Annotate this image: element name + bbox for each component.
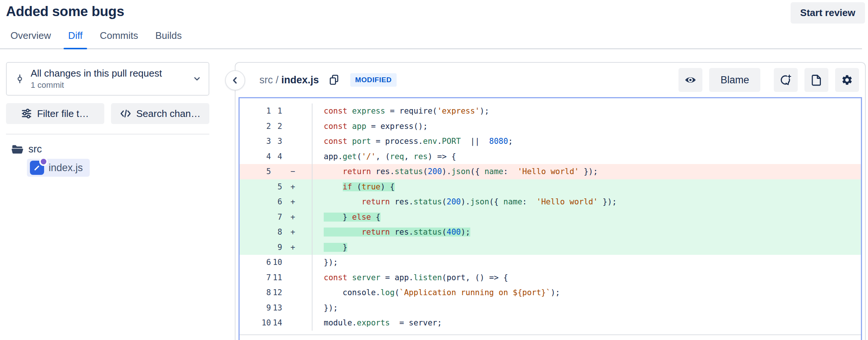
gear-icon <box>841 74 853 86</box>
diff-code-line: } <box>313 240 347 255</box>
edited-file-icon <box>30 161 44 175</box>
diff-rows: 11const express = require('express');22c… <box>240 98 861 334</box>
folder-label: src <box>28 143 42 155</box>
diff-card: src / index.js MODIFIED <box>235 62 866 340</box>
view-source-file-button[interactable] <box>804 68 828 92</box>
diff-gutter[interactable]: 711 <box>240 270 313 285</box>
page-title: Added some bugs <box>6 4 862 19</box>
diff-row: 6+ return res.status(200).json({ name: '… <box>240 194 861 210</box>
tab-commits[interactable]: Commits <box>95 30 143 48</box>
old-line-number: 6 <box>240 255 271 270</box>
diff-row: 711const server = app.listen(port, () =>… <box>240 270 861 285</box>
diff-row: 8+ return res.status(400); <box>240 225 861 240</box>
sidebar-divider <box>6 134 209 135</box>
diff-code-line: const app = express(); <box>313 119 428 134</box>
diff-code-line: }); <box>313 300 338 316</box>
diff-gutter[interactable]: 913 <box>240 300 313 316</box>
diff-code-line: }); <box>313 255 338 270</box>
copy-path-button[interactable] <box>329 74 340 86</box>
chevron-down-icon <box>192 74 202 84</box>
file-label: index.js <box>49 162 83 174</box>
diff-code-line: app.get('/', (req, res) => { <box>313 149 456 164</box>
watch-file-button[interactable] <box>678 68 702 92</box>
old-line-number: 2 <box>240 119 271 134</box>
back-button[interactable] <box>225 70 245 90</box>
diff-gutter[interactable]: 5+ <box>240 179 313 195</box>
new-line-number: 6 <box>271 194 282 210</box>
diff-gutter[interactable]: 610 <box>240 255 313 270</box>
blame-button[interactable]: Blame <box>709 68 760 92</box>
diff-code-line: return res.status(200).json({ name: 'Hel… <box>313 194 617 210</box>
diff-row: 7+ } else { <box>240 210 861 225</box>
tab-overview[interactable]: Overview <box>6 30 55 48</box>
diff-code-line: console.log(`Application running on ${po… <box>313 285 560 300</box>
tab-diff[interactable]: Diff <box>64 30 87 48</box>
diff-row: 22const app = express(); <box>240 119 861 134</box>
old-line-number <box>240 240 271 255</box>
new-line-number: 14 <box>271 315 282 331</box>
diff-code-line: if (true) { <box>313 179 395 195</box>
eye-icon <box>684 74 697 86</box>
diff-sign: + <box>282 194 295 210</box>
new-line-number: 1 <box>271 103 282 119</box>
file-path: src / index.js <box>259 74 319 86</box>
diff-code-line: return res.status(400); <box>313 225 470 240</box>
diff-gutter[interactable]: 33 <box>240 134 313 149</box>
diff-sign <box>282 285 290 300</box>
old-line-number: 1 <box>240 103 271 119</box>
diff-settings-button[interactable] <box>835 68 859 92</box>
diff-row: 610}); <box>240 255 861 270</box>
diff-gutter[interactable]: 812 <box>240 285 313 300</box>
new-line-number: 7 <box>271 210 282 225</box>
diff-gutter[interactable]: 8+ <box>240 225 313 240</box>
filter-icon <box>21 108 32 119</box>
new-line-number: 4 <box>271 149 282 164</box>
start-review-button[interactable]: Start review <box>791 2 865 24</box>
old-line-number: 3 <box>240 134 271 149</box>
diff-sign <box>282 119 290 134</box>
commit-icon <box>15 74 25 84</box>
new-line-number: 2 <box>271 119 282 134</box>
new-line-number: 3 <box>271 134 282 149</box>
diff-sign: + <box>282 210 295 225</box>
file-header: src / index.js MODIFIED <box>236 63 865 97</box>
diff-gutter[interactable]: 5− <box>240 164 313 179</box>
page-header: Added some bugs Start review <box>0 0 868 19</box>
search-changed-files-button[interactable]: Search chan… <box>111 103 209 124</box>
diff-gutter[interactable]: 11 <box>240 103 313 119</box>
old-line-number: 4 <box>240 149 271 164</box>
scope-title: All changes in this pull request <box>31 68 186 79</box>
diff-row: 11const express = require('express'); <box>240 103 861 119</box>
old-line-number: 8 <box>240 285 271 300</box>
new-line-number: 8 <box>271 225 282 240</box>
new-line-number: 9 <box>271 240 282 255</box>
diff-code-line: return res.status(200).json({ name: 'Hel… <box>313 164 598 179</box>
diff-gutter[interactable]: 7+ <box>240 210 313 225</box>
tab-builds[interactable]: Builds <box>151 30 186 48</box>
old-line-number <box>240 179 271 195</box>
old-line-number: 9 <box>240 300 271 316</box>
diff-gutter[interactable]: 22 <box>240 119 313 134</box>
diff-code-line: const express = require('express'); <box>313 103 489 119</box>
diff-sign: + <box>282 225 295 240</box>
filter-file-types-button[interactable]: Filter file t… <box>6 103 104 124</box>
new-line-number: 10 <box>271 255 282 270</box>
old-line-number: 5 <box>240 164 271 179</box>
new-line-number <box>271 164 282 179</box>
tree-file-index-js[interactable]: index.js <box>27 159 90 177</box>
copy-icon <box>329 74 340 86</box>
commit-scope-dropdown[interactable]: All changes in this pull request 1 commi… <box>6 62 209 96</box>
diff-gutter[interactable]: 44 <box>240 149 313 164</box>
diff-gutter[interactable]: 9+ <box>240 240 313 255</box>
diff-gutter[interactable]: 6+ <box>240 194 313 210</box>
diff-row: 5− return res.status(200).json({ name: '… <box>240 164 861 179</box>
diff-row: 44app.get('/', (req, res) => { <box>240 149 861 164</box>
scope-subtitle: 1 commit <box>31 80 186 90</box>
diff-gutter[interactable]: 1014 <box>240 315 313 331</box>
old-line-number <box>240 194 271 210</box>
tree-folder-src[interactable]: src <box>6 143 209 155</box>
add-file-comment-button[interactable] <box>774 68 798 92</box>
search-button-label: Search chan… <box>136 108 201 120</box>
diff-sign: + <box>282 179 295 195</box>
folder-icon <box>11 144 23 155</box>
